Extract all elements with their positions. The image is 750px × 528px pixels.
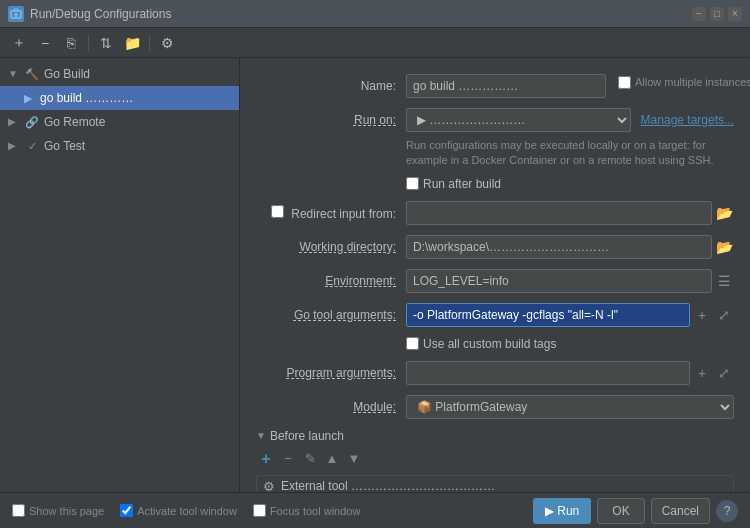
module-select[interactable]: 📦 PlatformGateway <box>406 395 734 419</box>
go-test-folder-icon: ✓ <box>24 138 40 154</box>
run-after-build-label: Run after build <box>423 177 501 191</box>
show-page-check: Show this page <box>12 504 104 517</box>
activate-tool-window-label: Activate tool window <box>137 505 237 517</box>
configurations-toolbar: ＋ − ⎘ ⇅ 📁 ⚙ <box>0 28 750 58</box>
run-on-controls: ▶ …………………… Manage targets... <box>406 108 734 132</box>
name-label: Name: <box>256 79 406 93</box>
focus-tool-window-label: Focus tool window <box>270 505 361 517</box>
custom-build-tags-label: Use all custom build tags <box>423 337 556 351</box>
go-build-file-icon: ▶ <box>20 90 36 106</box>
environment-label: Environment: <box>256 274 406 288</box>
program-args-label: Program arguments: <box>256 366 406 380</box>
working-dir-label: Working directory: <box>256 240 406 254</box>
show-this-page-label: Show this page <box>29 505 104 517</box>
before-launch-header[interactable]: ▼ Before launch <box>256 429 734 443</box>
redirect-input-checkbox[interactable] <box>271 205 284 218</box>
run-after-build-row: Run after build <box>406 177 734 191</box>
toolbar-divider-2 <box>149 35 150 51</box>
external-tool-item[interactable]: ⚙ External tool ……………………………… <box>256 475 734 492</box>
before-launch-edit-button[interactable]: ✎ <box>300 449 320 469</box>
focus-tool-window-checkbox[interactable] <box>253 504 266 517</box>
environment-browse-button[interactable]: ☰ <box>714 271 734 291</box>
title-bar: Run/Debug Configurations − □ × <box>0 0 750 28</box>
redirect-input-field[interactable] <box>406 201 712 225</box>
working-dir-field[interactable] <box>406 235 712 259</box>
before-launch-up-button[interactable]: ▲ <box>322 449 342 469</box>
redirect-input-browse-button[interactable]: 📂 <box>714 203 734 223</box>
add-config-button[interactable]: ＋ <box>8 32 30 54</box>
program-args-add-button[interactable]: + <box>692 363 712 383</box>
custom-build-tags-checkbox[interactable] <box>406 337 419 350</box>
environment-field[interactable] <box>406 269 712 293</box>
before-launch-expand-icon: ▼ <box>256 430 266 441</box>
go-tool-args-add-button[interactable]: + <box>692 305 712 325</box>
program-args-controls: + ⤢ <box>406 361 734 385</box>
module-label: Module: <box>256 400 406 414</box>
manage-targets-link[interactable]: Manage targets... <box>641 113 734 127</box>
activate-tool-check: Activate tool window <box>120 504 237 517</box>
go-tool-args-field[interactable] <box>406 303 690 327</box>
cancel-button[interactable]: Cancel <box>651 498 710 524</box>
allow-multiple-label: Allow multiple instances <box>618 76 750 89</box>
before-launch-section: ▼ Before launch + − ✎ ▲ ▼ ⚙ External too… <box>256 429 734 492</box>
copy-config-button[interactable]: ⎘ <box>60 32 82 54</box>
redirect-input-label: Redirect input from: <box>256 205 406 221</box>
window-controls: − □ × <box>692 7 742 21</box>
configurations-tree: ▼ 🔨 Go Build ▶ go build ………… ▶ 🔗 Go Remo… <box>0 58 240 492</box>
go-build-item-label: go build ………… <box>40 91 133 105</box>
maximize-button[interactable]: □ <box>710 7 724 21</box>
configuration-form: Name: Allow multiple instances Store as … <box>240 58 750 492</box>
svg-point-1 <box>15 13 18 16</box>
name-row: Name: Allow multiple instances Store as … <box>256 74 734 98</box>
ok-button[interactable]: OK <box>597 498 644 524</box>
environment-row: Environment: ☰ <box>256 269 734 293</box>
activate-tool-window-checkbox[interactable] <box>120 504 133 517</box>
redirect-input-controls: 📂 <box>406 201 734 225</box>
remove-config-button[interactable]: − <box>34 32 56 54</box>
run-after-build-checkbox[interactable] <box>406 177 419 190</box>
before-launch-remove-button[interactable]: − <box>278 449 298 469</box>
working-dir-row: Working directory: 📂 <box>256 235 734 259</box>
bottom-left: Show this page Activate tool window Focu… <box>12 504 360 517</box>
working-dir-browse-button[interactable]: 📂 <box>714 237 734 257</box>
run-on-select[interactable]: ▶ …………………… <box>406 108 631 132</box>
tree-go-remote-folder[interactable]: ▶ 🔗 Go Remote <box>0 110 239 134</box>
module-row: Module: 📦 PlatformGateway <box>256 395 734 419</box>
go-remote-folder-label: Go Remote <box>44 115 105 129</box>
tree-go-build-folder[interactable]: ▼ 🔨 Go Build <box>0 62 239 86</box>
before-launch-label: Before launch <box>270 429 344 443</box>
working-dir-controls: 📂 <box>406 235 734 259</box>
name-input[interactable] <box>406 74 606 98</box>
show-this-page-checkbox[interactable] <box>12 504 25 517</box>
tree-go-test-folder[interactable]: ▶ ✓ Go Test <box>0 134 239 158</box>
app-icon <box>8 6 24 22</box>
before-launch-add-button[interactable]: + <box>256 449 276 469</box>
environment-controls: ☰ <box>406 269 734 293</box>
allow-multiple-checkbox[interactable] <box>618 76 631 89</box>
run-button[interactable]: ▶ Run <box>533 498 591 524</box>
module-controls: 📦 PlatformGateway <box>406 395 734 419</box>
close-button[interactable]: × <box>728 7 742 21</box>
folder-config-button[interactable]: 📁 <box>121 32 143 54</box>
before-launch-toolbar: + − ✎ ▲ ▼ <box>256 449 734 469</box>
go-tool-args-expand-button[interactable]: ⤢ <box>714 305 734 325</box>
external-tool-icon: ⚙ <box>263 479 275 492</box>
go-build-item[interactable]: ▶ go build ………… <box>0 86 239 110</box>
before-launch-item-area: ⚙ External tool ……………………………… ↗ 点击+号 <box>256 475 734 492</box>
external-tool-label: External tool ……………………………… <box>281 479 495 492</box>
program-args-field[interactable] <box>406 361 690 385</box>
run-on-label: Run on: <box>256 113 406 127</box>
expand-arrow-go-remote: ▶ <box>8 116 20 128</box>
settings-config-button[interactable]: ⚙ <box>156 32 178 54</box>
description-text: Run configurations may be executed local… <box>406 138 734 169</box>
main-content: ▼ 🔨 Go Build ▶ go build ………… ▶ 🔗 Go Remo… <box>0 58 750 492</box>
bottom-bar: Show this page Activate tool window Focu… <box>0 492 750 528</box>
run-button-label: ▶ Run <box>545 504 579 518</box>
window-title: Run/Debug Configurations <box>30 7 692 21</box>
move-config-button[interactable]: ⇅ <box>95 32 117 54</box>
program-args-expand-button[interactable]: ⤢ <box>714 363 734 383</box>
help-button[interactable]: ? <box>716 500 738 522</box>
minimize-button[interactable]: − <box>692 7 706 21</box>
redirect-input-row: Redirect input from: 📂 <box>256 201 734 225</box>
before-launch-down-button[interactable]: ▼ <box>344 449 364 469</box>
